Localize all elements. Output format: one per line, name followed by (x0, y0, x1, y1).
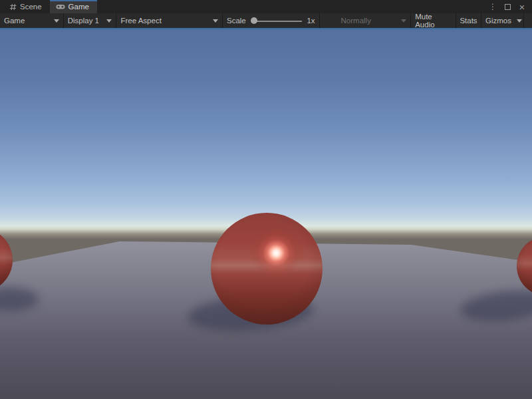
aspect-ratio-dropdown[interactable]: Free Aspect (116, 13, 223, 28)
scale-slider[interactable] (251, 13, 303, 28)
display-dropdown-label: Display 1 (68, 17, 99, 25)
gizmos-dropdown-label: Gizmos (485, 17, 511, 25)
chevron-down-icon (213, 19, 218, 23)
chevron-down-icon (106, 19, 112, 23)
game-view-toolbar: Game Display 1 Free Aspect Scale 1x Norm… (0, 13, 532, 28)
stats-label: Stats (460, 17, 477, 25)
red-sphere-center (211, 213, 323, 325)
play-mode-dropdown-label: Normally (341, 17, 371, 25)
tab-scene-label: Scene (20, 3, 42, 11)
display-dropdown[interactable]: Display 1 (64, 13, 117, 28)
chevron-down-icon (401, 19, 406, 23)
unity-game-window: Scene Game ⋮ × Game Display 1 (0, 0, 532, 399)
mute-audio-button[interactable]: Mute Audio (411, 13, 456, 28)
scale-value: 1x (307, 17, 315, 25)
gizmos-dropdown[interactable]: Gizmos (481, 13, 524, 28)
kebab-menu-icon[interactable]: ⋮ (487, 1, 498, 12)
chevron-down-icon (517, 19, 522, 23)
scale-control: Scale 1x (223, 13, 320, 28)
toolbar-spacer (524, 13, 532, 28)
slider-knob[interactable] (251, 17, 257, 24)
chevron-down-icon (54, 19, 59, 23)
stats-button[interactable]: Stats (456, 13, 481, 28)
game-view-dropdown-label: Game (4, 17, 25, 25)
tab-scene[interactable]: Scene (3, 0, 50, 13)
tab-bar: Scene Game ⋮ × (0, 0, 532, 13)
play-mode-dropdown[interactable]: Normally (337, 13, 412, 28)
close-icon[interactable]: × (517, 1, 527, 12)
slider-track (253, 21, 303, 22)
gamepad-icon (56, 3, 65, 10)
mute-audio-label: Mute Audio (415, 13, 452, 29)
scale-label: Scale (227, 17, 246, 25)
grid-icon (9, 3, 17, 11)
game-render-viewport[interactable] (0, 29, 532, 399)
tab-game[interactable]: Game (50, 0, 97, 13)
window-controls: ⋮ × (487, 0, 532, 13)
aspect-ratio-dropdown-label: Free Aspect (120, 17, 161, 25)
maximize-icon[interactable] (502, 1, 513, 12)
game-view-dropdown[interactable]: Game (0, 13, 64, 28)
tab-game-label: Game (68, 3, 89, 11)
